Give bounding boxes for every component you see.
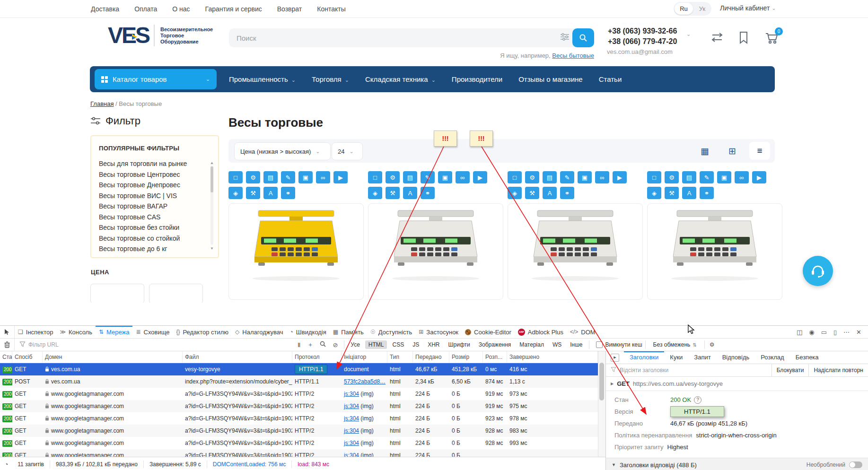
nav-item[interactable]: Промышленность ⌄ [229,75,296,83]
devtools-tab-пам-ять[interactable]: ▦Пам'ять [330,326,367,338]
network-row[interactable]: 200GETwww.googletagmanager.coma?id=G-LFM… [0,437,598,449]
headers-filter-input[interactable] [619,366,729,374]
admin-chain-icon[interactable]: ⚭ [560,187,574,199]
initiator-link[interactable]: js:304 [344,415,359,422]
admin-edit-icon[interactable]: ✎ [281,171,295,183]
admin-font-icon[interactable]: A [263,187,278,199]
catalog-button[interactable]: Каталог товаров ⌄ [95,69,217,89]
admin-link-icon[interactable]: ∞ [735,171,749,183]
expand-triangle-icon[interactable]: ▶ [611,382,614,386]
filter-list-item[interactable]: Весы торговые без стойки [99,222,211,233]
admin-wrench-icon[interactable]: ⚒ [665,187,679,199]
network-table-scrollbar[interactable] [598,351,605,457]
admin-gears-icon[interactable]: ⚙ [525,171,539,183]
type-filter-матеріал[interactable]: Матеріал [516,340,547,349]
measure-icon[interactable]: ▭ [821,329,827,336]
admin-edit-icon[interactable]: ✎ [700,171,714,183]
tiles-view-icon[interactable]: ⊞ [722,142,743,160]
block-url-button[interactable]: Блокувати [772,364,809,376]
site-logo[interactable]: VES Весоизмерительное Торговое Оборудова… [108,25,213,46]
account-menu[interactable]: Личный кабинет ⌄ [720,4,776,12]
details-tab-куки[interactable]: Куки [664,351,688,364]
product-image-area[interactable] [647,203,782,300]
admin-select-checkbox-icon[interactable]: □ [228,171,243,183]
admin-video-icon[interactable]: ▶ [752,171,766,183]
filter-list-item[interactable]: Весы торговые Днепровес [99,180,211,191]
admin-video-icon[interactable]: ▶ [333,171,348,183]
nav-item[interactable]: Статьи [599,75,622,83]
filter-list-item[interactable]: Весы торговые со стойкой [99,233,211,244]
devtools-tab-консоль[interactable]: ≫Консоль [56,326,96,338]
bookmark-icon[interactable] [738,31,752,45]
initiator-link[interactable]: 573fc2aba5d8… [344,378,386,385]
column-header[interactable]: Ста [0,351,12,363]
grid-view-icon[interactable]: ▦ [694,142,715,160]
filter-list-item[interactable]: Весы торговые до 6 кг [99,244,211,254]
filter-list-item[interactable]: Весы для торговли на рынке [99,158,211,169]
network-row[interactable]: 200GETwww.googletagmanager.coma?id=G-LFM… [0,449,598,457]
admin-gears-icon[interactable]: ⚙ [665,171,679,183]
column-header[interactable]: Розмір [449,351,483,363]
column-header[interactable]: Передано [413,351,449,363]
admin-font-icon[interactable]: A [403,187,417,199]
network-row[interactable]: 200GETwww.googletagmanager.coma?id=G-LFM… [0,412,598,425]
network-row[interactable]: 200GETwww.googletagmanager.coma?id=G-LFM… [0,425,598,437]
per-page-dropdown[interactable]: 24⌄ [332,142,363,160]
phones-chevron-icon[interactable]: ⌄ [686,31,691,37]
phone-numbers[interactable]: +38 (063) 939-32-66 +38 (066) 779-47-20 [608,26,677,47]
column-header[interactable]: Розп... [483,351,507,363]
search-requests-icon[interactable] [320,341,326,348]
devtools-tab-dom[interactable]: </>DOM [567,326,599,338]
top-link[interactable]: Гарантия и сервис [205,5,262,13]
domcontentloaded-time[interactable]: DOMContentLoaded: 756 мс [207,461,292,468]
devtools-tab-налагоджувач[interactable]: ◇Налагоджувач [232,326,286,338]
type-filter-усе[interactable]: Усе [347,340,363,349]
filter-list-item[interactable]: Весы торговые ВАГАР [99,201,211,212]
nav-item[interactable]: Складская техника ⌄ [365,75,436,83]
admin-chain-icon[interactable]: ⚭ [281,187,295,199]
nav-item[interactable]: Отзывы о магазине [518,75,582,83]
product-image-area[interactable] [228,203,364,300]
lang-ru[interactable]: Ru [675,3,693,15]
scroll-up-icon[interactable]: ▲ [210,161,214,165]
phone-2[interactable]: +38 (066) 779-47-20 [608,36,677,47]
details-tab-розклад[interactable]: Розклад [755,351,789,364]
details-tab-запит[interactable]: Запит [688,351,716,364]
devtools-tab-застосунок[interactable]: ⊞Застосунок [415,326,462,338]
toggle-details-pane-icon[interactable]: ▶ [611,354,619,362]
type-filter-шрифти[interactable]: Шрифти [445,340,473,349]
initiator-link[interactable]: js:304 [344,452,359,457]
admin-tag-icon[interactable]: ◈ [368,187,382,199]
column-header[interactable]: Тип [387,351,413,363]
screenshot-icon[interactable]: ◉ [809,329,814,336]
search-input[interactable] [229,34,560,42]
product-image-area[interactable] [368,203,503,300]
admin-tag-icon[interactable]: ◈ [228,187,243,199]
product-image-area[interactable] [508,203,643,300]
column-header[interactable]: Домен [43,351,183,363]
initiator-link[interactable]: js:304 [344,391,359,397]
contact-email[interactable]: ves.com.ua@gmail.com [607,48,673,55]
admin-form-icon[interactable]: ▤ [682,171,696,183]
devtools-tab-cookie-editor[interactable]: Cookie-Editor [462,326,515,338]
column-header[interactable]: Протокол [292,351,342,363]
nav-item[interactable]: Торговля ⌄ [312,75,349,83]
admin-chain-icon[interactable]: ⚭ [421,187,435,199]
devtools-tab-інспектор[interactable]: ❏Інспектор [15,326,56,338]
new-request-icon[interactable]: ＋ [307,340,313,349]
admin-link-icon[interactable]: ∞ [316,171,330,183]
disable-cache-label[interactable]: Вимкнути кеш [605,341,642,348]
admin-image-icon[interactable]: ▣ [717,171,731,183]
help-icon[interactable]: ? [694,396,701,404]
clear-requests-icon[interactable] [0,339,15,351]
initiator-link[interactable]: js:304 [344,427,359,434]
admin-wrench-icon[interactable]: ⚒ [246,187,260,199]
sidebar-scrollbar[interactable]: ▲ ▼ [210,161,214,251]
collapse-triangle-icon[interactable]: ▼ [612,462,616,467]
admin-edit-icon[interactable]: ✎ [421,171,435,183]
type-filter-xhr[interactable]: XHR [424,340,443,349]
admin-edit-icon[interactable]: ✎ [560,171,574,183]
devtools-tab-швидкодія[interactable]: ◔Швидкодія [287,326,330,338]
language-switch[interactable]: Ru Ук [674,2,711,16]
raw-headers-toggle[interactable] [849,461,862,468]
